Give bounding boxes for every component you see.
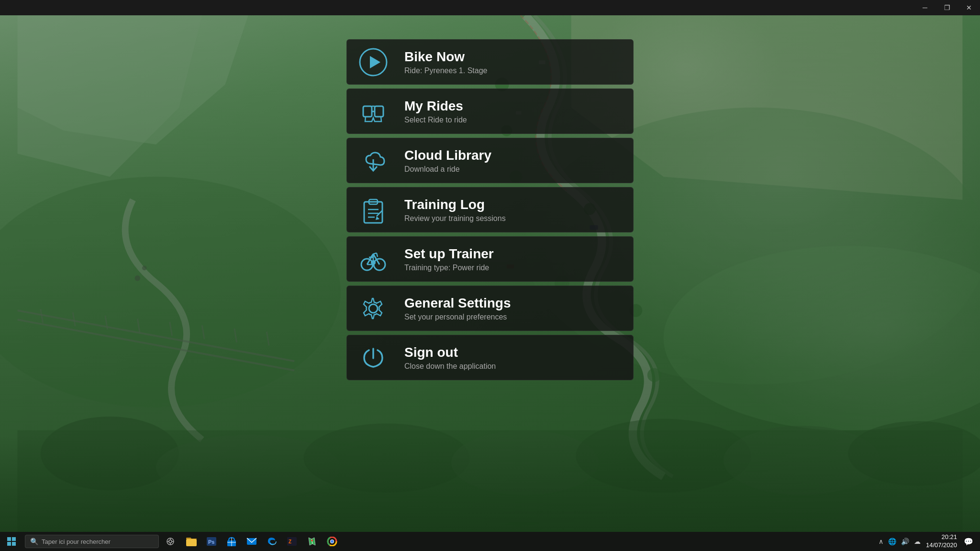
system-clock[interactable]: 20:21 14/07/2020 (926, 533, 957, 550)
sign-out-button[interactable]: Sign out Close down the application (346, 335, 634, 380)
my-rides-text: My Rides Select Ride to ride (400, 98, 633, 125)
general-settings-icon-area (347, 286, 400, 331)
svg-rect-66 (7, 542, 11, 546)
cloud-library-icon-area (347, 138, 400, 183)
windows-icon (7, 537, 16, 546)
svg-point-13 (135, 276, 141, 281)
my-rides-button[interactable]: My Rides Select Ride to ride (346, 88, 634, 134)
svg-point-14 (142, 266, 147, 271)
setup-trainer-button[interactable]: Set up Trainer Training type: Power ride (346, 236, 634, 282)
cloud-download-icon (358, 146, 388, 176)
svg-point-19 (451, 430, 599, 495)
clock-time: 20:21 (926, 533, 957, 541)
svg-point-22 (848, 421, 980, 486)
bike-now-subtitle: Ride: Pyrenees 1. Stage (404, 66, 633, 75)
my-rides-title: My Rides (404, 98, 633, 114)
setup-trainer-subtitle: Training type: Power ride (404, 264, 633, 272)
mail-icon (246, 537, 257, 546)
bike-now-text: Bike Now Ride: Pyrenees 1. Stage (400, 49, 633, 76)
setup-trainer-text: Set up Trainer Training type: Power ride (400, 246, 633, 273)
chrome-button[interactable] (323, 532, 342, 551)
training-icon (358, 195, 388, 225)
zwift-button[interactable]: Z (282, 532, 301, 551)
svg-rect-67 (12, 542, 16, 546)
cloud-library-title: Cloud Library (404, 147, 633, 164)
my-rides-subtitle: Select Ride to ride (404, 116, 633, 124)
titlebar: ─ ❐ ✕ (0, 0, 980, 15)
svg-line-58 (377, 253, 378, 257)
clock-date: 14/07/2020 (926, 541, 957, 550)
settings-icon (358, 294, 388, 323)
volume-icon[interactable]: 🔊 (900, 538, 911, 545)
file-explorer-icon (186, 537, 197, 546)
sign-out-title: Sign out (404, 344, 633, 361)
svg-marker-50 (376, 216, 379, 220)
store-button[interactable] (222, 532, 241, 551)
sign-out-icon-area (347, 335, 400, 380)
svg-rect-64 (7, 537, 11, 541)
zwift-icon: Z (287, 537, 297, 546)
sign-out-subtitle: Close down the application (404, 362, 633, 371)
start-button[interactable] (0, 532, 23, 551)
general-settings-text: General Settings Set your personal prefe… (400, 295, 633, 322)
taskbar-right: ∧ 🌐 🔊 ☁ 20:21 14/07/2020 💬 (873, 532, 980, 551)
search-bar[interactable]: 🔍 Taper ici pour rechercher (25, 535, 159, 548)
tray-expand-icon[interactable]: ∧ (877, 538, 885, 545)
svg-rect-65 (12, 537, 16, 541)
rides-icon (358, 97, 388, 126)
general-settings-title: General Settings (404, 295, 633, 311)
svg-rect-40 (375, 106, 383, 117)
edge-button[interactable] (262, 532, 281, 551)
svg-rect-39 (363, 106, 372, 117)
system-tray: ∧ 🌐 🔊 ☁ (877, 538, 922, 545)
edge-icon (267, 537, 277, 546)
cloud-library-text: Cloud Library Download a ride (400, 147, 633, 174)
bike-now-icon-area (347, 40, 400, 84)
power-icon (358, 343, 388, 373)
task-view-icon (166, 538, 175, 545)
bike-now-button[interactable]: Bike Now Ride: Pyrenees 1. Stage (346, 39, 634, 85)
bike-now-title: Bike Now (404, 49, 633, 65)
maps-button[interactable] (302, 532, 322, 551)
mail-button[interactable] (242, 532, 261, 551)
svg-point-85 (311, 540, 313, 541)
svg-point-18 (303, 423, 469, 493)
training-log-title: Training Log (404, 197, 633, 213)
svg-marker-38 (370, 56, 380, 68)
restore-button[interactable]: ❐ (936, 0, 958, 15)
svg-point-69 (169, 540, 172, 543)
setup-trainer-icon-area (347, 237, 400, 281)
svg-text:Z: Z (289, 539, 291, 544)
main-menu: Bike Now Ride: Pyrenees 1. Stage My Ride… (346, 15, 634, 404)
store-icon (226, 537, 237, 546)
photoshop-button[interactable]: Ps (202, 532, 221, 551)
search-icon: 🔍 (30, 538, 38, 545)
sign-out-text: Sign out Close down the application (400, 344, 633, 371)
taskbar: 🔍 Taper ici pour rechercher Ps (0, 532, 980, 551)
close-button[interactable]: ✕ (958, 0, 980, 15)
my-rides-icon-area (347, 89, 400, 133)
photoshop-icon: Ps (206, 537, 217, 546)
general-settings-subtitle: Set your personal preferences (404, 313, 633, 321)
training-log-button[interactable]: Training Log Review your training sessio… (346, 187, 634, 232)
cloud-library-subtitle: Download a ride (404, 165, 633, 174)
search-placeholder: Taper ici pour rechercher (42, 538, 111, 545)
task-view-button[interactable] (161, 532, 180, 551)
svg-point-12 (647, 368, 661, 382)
notification-button[interactable]: 💬 (961, 532, 976, 551)
svg-point-62 (369, 304, 378, 313)
trainer-icon (358, 244, 388, 274)
training-log-icon-area (347, 187, 400, 232)
setup-trainer-title: Set up Trainer (404, 246, 633, 262)
general-settings-button[interactable]: General Settings Set your personal prefe… (346, 286, 634, 331)
file-explorer-button[interactable] (182, 532, 201, 551)
training-log-subtitle: Review your training sessions (404, 214, 633, 223)
cloud-library-button[interactable]: Cloud Library Download a ride (346, 138, 634, 183)
play-icon (358, 47, 388, 77)
network-icon[interactable]: 🌐 (887, 538, 898, 545)
svg-text:Ps: Ps (208, 539, 214, 545)
weather-icon[interactable]: ☁ (913, 538, 922, 545)
maps-icon (307, 537, 317, 546)
svg-rect-74 (186, 539, 197, 546)
minimize-button[interactable]: ─ (914, 0, 936, 15)
